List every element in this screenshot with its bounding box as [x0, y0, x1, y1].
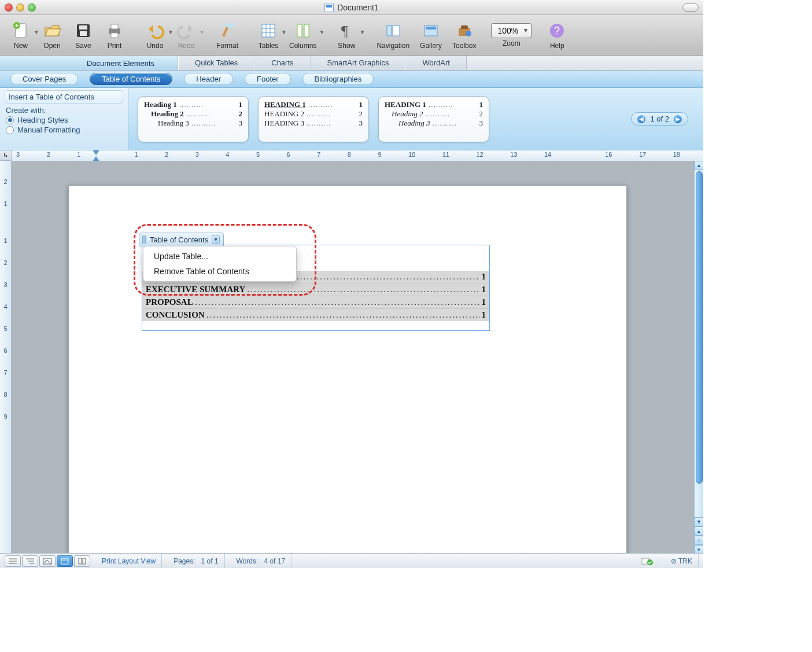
- svg-text:¶: ¶: [341, 23, 348, 39]
- page: Table of Contents ▼ Update Table... Remo…: [68, 185, 627, 554]
- toc-entry[interactable]: PROPOSAL................................…: [142, 296, 489, 308]
- prev-page-button[interactable]: ▴: [695, 526, 704, 536]
- ruler-number: 1: [3, 237, 7, 244]
- svg-rect-18: [461, 25, 468, 29]
- svg-rect-7: [111, 33, 118, 38]
- browse-object-button[interactable]: ○: [695, 536, 704, 545]
- show-button[interactable]: ¶▼Show: [331, 21, 361, 50]
- status-track-changes[interactable]: ⊘ TRK: [665, 554, 699, 569]
- ruler-number: 7: [3, 369, 7, 376]
- status-view-label: Print Layout View: [96, 554, 162, 569]
- svg-rect-13: [387, 25, 392, 36]
- tables-button[interactable]: ▼Tables: [253, 21, 283, 50]
- toc-control-label: Table of Contents: [150, 235, 208, 244]
- close-window-button[interactable]: [5, 3, 13, 12]
- first-line-indent-marker[interactable]: [93, 150, 99, 155]
- ruler-number: 2: [3, 178, 7, 185]
- toc-style-card[interactable]: HEADING 1..........1Heading 2..........2…: [378, 96, 489, 142]
- ruler-number: 9: [3, 413, 7, 420]
- ruler-number: 3: [16, 151, 20, 158]
- menu-update-table[interactable]: Update Table...: [143, 249, 296, 264]
- view-draft-button[interactable]: [5, 555, 21, 567]
- tab-wordart[interactable]: WordArt: [405, 56, 466, 70]
- gallery-next-button[interactable]: ▶: [674, 115, 682, 123]
- horizontal-ruler[interactable]: 3211234567891011121314161718: [12, 150, 703, 161]
- hanging-indent-marker[interactable]: [93, 156, 99, 161]
- toc-field[interactable]: Table of Contents ▼ Update Table... Remo…: [142, 245, 490, 331]
- toc-control-tab[interactable]: Table of Contents ▼ Update Table... Remo…: [139, 233, 224, 246]
- ribbon-tabbar: Document Elements Quick Tables Charts Sm…: [0, 56, 703, 71]
- ruler-number: 5: [256, 151, 260, 158]
- status-bar: Print Layout View Pages: 1 of 1 Words: 4…: [0, 553, 703, 568]
- tab-charts[interactable]: Charts: [254, 56, 310, 70]
- scroll-down-button[interactable]: ▼: [695, 517, 704, 526]
- svg-rect-11: [304, 24, 309, 37]
- chip-bibliographies[interactable]: Bibliographies: [302, 73, 374, 85]
- svg-rect-23: [61, 558, 68, 564]
- help-button[interactable]: ?Help: [542, 21, 572, 50]
- window-controls: [5, 3, 36, 12]
- svg-rect-6: [111, 24, 118, 29]
- gallery-button[interactable]: Gallery: [415, 21, 446, 50]
- tab-document-elements[interactable]: Document Elements: [0, 56, 178, 70]
- view-print-layout-button[interactable]: [57, 555, 73, 567]
- print-button[interactable]: Print: [99, 21, 130, 50]
- ruler-number: 14: [544, 151, 551, 158]
- columns-button[interactable]: ▼Columns: [285, 21, 321, 50]
- ruler-number: 1: [134, 151, 138, 158]
- vertical-ruler[interactable]: 21123456789: [0, 161, 12, 554]
- svg-rect-4: [80, 31, 87, 36]
- toc-entry[interactable]: CONCLUSION..............................…: [142, 308, 489, 321]
- radio-heading-styles[interactable]: Heading Styles: [6, 116, 122, 124]
- tab-quick-tables[interactable]: Quick Tables: [178, 56, 254, 70]
- zoom-window-button[interactable]: [28, 3, 36, 12]
- redo-button[interactable]: ▼Redo: [171, 21, 201, 50]
- document-icon: [324, 3, 334, 12]
- ruler-number: 6: [287, 151, 290, 158]
- view-publishing-button[interactable]: [39, 555, 56, 567]
- scroll-up-button[interactable]: ▲: [695, 161, 704, 170]
- radio-manual-formatting[interactable]: Manual Formatting: [6, 126, 122, 134]
- navigation-button[interactable]: Navigation: [372, 21, 414, 50]
- toc-style-card[interactable]: Heading 1..........1Heading 2..........2…: [138, 96, 249, 142]
- status-pages[interactable]: Pages: 1 of 1: [168, 554, 224, 569]
- minimize-window-button[interactable]: [16, 3, 24, 12]
- chip-header[interactable]: Header: [184, 73, 233, 85]
- tab-smartart[interactable]: SmartArt Graphics: [311, 56, 406, 70]
- ruler-number: 1: [3, 200, 7, 207]
- zoom-dropdown[interactable]: 100%: [491, 23, 532, 38]
- view-outline-button[interactable]: [22, 555, 38, 567]
- undo-button[interactable]: ▼Undo: [140, 21, 170, 50]
- toolbar-toggle-button[interactable]: [682, 3, 699, 12]
- vertical-scrollbar[interactable]: ▲ ▼ ▴ ○ ▾: [694, 161, 703, 554]
- new-button[interactable]: ▼New: [6, 21, 36, 50]
- ruler-number: 5: [3, 325, 7, 332]
- ruler-number: 16: [605, 151, 612, 158]
- ruler-number: 1: [77, 151, 80, 158]
- ruler-number: 12: [477, 151, 483, 158]
- toc-style-card[interactable]: HEADING 1..........1HEADING 2..........2…: [258, 96, 369, 142]
- toc-entry[interactable]: EXECUTIVE SUMMARY.......................…: [142, 283, 489, 296]
- ruler-number: 18: [673, 151, 680, 158]
- scroll-thumb[interactable]: [696, 171, 703, 484]
- toc-gallery: Heading 1..........1Heading 2..........2…: [128, 88, 703, 150]
- format-button[interactable]: Format: [212, 21, 243, 50]
- status-words[interactable]: Words: 4 of 17: [231, 554, 292, 569]
- svg-rect-3: [79, 25, 87, 30]
- chip-table-of-contents[interactable]: Table of Contents: [90, 73, 172, 85]
- status-spellcheck[interactable]: [636, 557, 659, 565]
- open-button[interactable]: Open: [37, 21, 67, 50]
- save-button[interactable]: Save: [68, 21, 98, 50]
- tab-selector[interactable]: ↳: [0, 150, 12, 161]
- document-canvas[interactable]: Table of Contents ▼ Update Table... Remo…: [12, 161, 694, 554]
- toc-dropdown-button[interactable]: ▼: [212, 235, 220, 244]
- menu-remove-toc[interactable]: Remove Table of Contents: [143, 264, 296, 279]
- ruler-number: 4: [3, 303, 7, 310]
- create-with-label: Create with:: [6, 106, 122, 115]
- toolbox-button[interactable]: Toolbox: [448, 21, 481, 50]
- chip-footer[interactable]: Footer: [245, 73, 291, 85]
- ribbon-content: Insert a Table of Contents Create with: …: [0, 88, 703, 150]
- gallery-prev-button[interactable]: ◀: [637, 115, 645, 123]
- chip-cover-pages[interactable]: Cover Pages: [10, 73, 78, 85]
- view-notebook-button[interactable]: [74, 555, 90, 567]
